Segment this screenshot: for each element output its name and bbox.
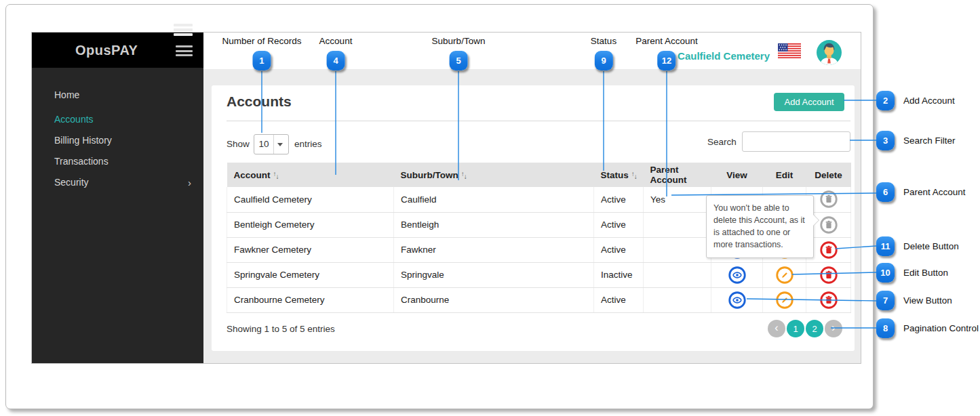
pagination-next-button[interactable]: [825, 320, 842, 337]
cell-suburb: Bentleigh: [394, 212, 594, 237]
search-input[interactable]: [742, 131, 850, 152]
search-label: Search: [707, 137, 737, 147]
callout-badge: 11: [876, 236, 895, 256]
callout-label: View Button: [903, 295, 952, 306]
table-row: Cranbourne Cemetery Cranbourne Active: [227, 287, 851, 312]
pagination: 1 2: [768, 320, 842, 337]
callout-account: Account 4: [319, 36, 353, 70]
language-flag-icon[interactable]: [778, 43, 801, 61]
callout-label: Search Filter: [903, 136, 956, 146]
header-suburb-town[interactable]: Suburb/Town: [394, 163, 594, 187]
add-account-button[interactable]: Add Account: [774, 93, 844, 111]
sidebar-item-billing-history[interactable]: Billing History: [32, 130, 203, 151]
header-view: View: [711, 163, 763, 187]
cell-suburb: Springvale: [394, 262, 594, 287]
cell-account: Caulfield Cemetery: [227, 187, 394, 212]
view-button-icon[interactable]: [728, 266, 746, 284]
callout-suburb-town: Suburb/Town 5: [432, 36, 486, 70]
pagination-prev-button[interactable]: [768, 320, 785, 337]
callout-badge: 7: [876, 291, 895, 310]
entries-label: entries: [294, 139, 322, 149]
header-parent-account: Parent Account: [644, 163, 711, 187]
cell-account: Bentleigh Cemetery: [227, 212, 394, 237]
edit-button-icon[interactable]: [776, 291, 793, 309]
delete-button-disabled-icon[interactable]: [820, 190, 838, 208]
pagination-page-1[interactable]: 1: [787, 320, 804, 337]
callout-delete-button: 11 Delete Button: [876, 236, 959, 256]
view-button-icon[interactable]: [728, 291, 746, 309]
sort-icon: [461, 172, 467, 180]
cell-account: Fawkner Cemetery: [227, 237, 394, 262]
sidebar: OpusPAY Home Accounts Billing History Tr…: [32, 33, 203, 364]
divider: [227, 121, 850, 121]
header-edit: Edit: [763, 163, 806, 187]
delete-button-icon[interactable]: [820, 291, 838, 309]
callout-label: Parent Account: [635, 36, 698, 46]
callout-badge: 12: [658, 51, 676, 70]
cell-parent-account: Yes: [644, 187, 711, 212]
tooltip-text: You won't be able to delete this Account…: [713, 203, 805, 249]
cell-status: Active: [594, 237, 644, 262]
callout-badge: 9: [595, 51, 613, 70]
callout-badge: 4: [327, 51, 345, 70]
callout-label: Delete Button: [903, 241, 959, 251]
callout-label: Add Account: [903, 96, 955, 106]
callout-label: Parent Account: [903, 187, 966, 197]
pagination-page-2[interactable]: 2: [806, 320, 823, 337]
page-size-value: 10: [254, 135, 274, 154]
cell-delete: [806, 287, 851, 312]
delete-button-disabled-icon[interactable]: [820, 216, 838, 234]
sidebar-item-accounts[interactable]: Accounts: [32, 109, 203, 130]
table-header-row: Account Suburb/Town Status Parent Accoun…: [227, 163, 851, 187]
callout-add-account: 2 Add Account: [876, 91, 955, 110]
documentation-page: OpusPAY Home Accounts Billing History Tr…: [0, 0, 980, 416]
header-delete: Delete: [806, 163, 851, 187]
tooltip-arrow: [813, 214, 819, 226]
delete-button-icon[interactable]: [820, 241, 838, 259]
sidebar-item-transactions[interactable]: Transactions: [32, 151, 203, 172]
cell-parent-account: [644, 262, 711, 287]
delete-button-icon[interactable]: [820, 266, 838, 284]
edit-button-icon[interactable]: [776, 266, 793, 284]
sidebar-nav: Home Accounts Billing History Transactio…: [32, 81, 203, 193]
chevron-down-icon: [277, 143, 283, 146]
sidebar-item-label: Security: [54, 177, 89, 188]
cell-suburb: Caulfield: [394, 187, 594, 212]
cell-status: Active: [594, 187, 644, 212]
header-status[interactable]: Status: [594, 163, 644, 187]
cell-status: Active: [594, 212, 644, 237]
callout-label: Suburb/Town: [432, 36, 486, 46]
callout-label: Edit Button: [903, 268, 948, 278]
cell-suburb: Fawkner: [394, 237, 594, 262]
callout-label: Pagination Control: [903, 323, 979, 333]
callout-search-filter: 3 Search Filter: [876, 131, 956, 150]
cell-parent-account: [644, 212, 711, 237]
app-logo: OpusPAY: [75, 33, 138, 68]
callout-pagination-control: 8 Pagination Control: [876, 318, 979, 338]
callout-badge: 10: [876, 263, 895, 283]
callout-number-of-records: Number of Records 1: [222, 36, 301, 70]
cell-parent-account: [644, 237, 711, 262]
page-size-select[interactable]: 10: [254, 134, 289, 154]
callout-badge: 1: [252, 51, 271, 70]
cell-view: [711, 262, 763, 287]
delete-disabled-tooltip: You won't be able to delete this Account…: [706, 195, 814, 258]
cell-status: Inactive: [594, 262, 644, 287]
cell-parent-account: [644, 287, 711, 312]
top-header-bar: Caulfield Cemetery: [203, 33, 861, 69]
cell-suburb: Cranbourne: [394, 287, 594, 312]
user-avatar[interactable]: [817, 40, 842, 65]
page-title: Accounts: [227, 93, 292, 110]
hamburger-menu-icon[interactable]: [176, 45, 193, 59]
callout-badge: 3: [876, 131, 895, 150]
callout-parent-account-top: Parent Account 12: [635, 36, 698, 70]
cell-edit: [763, 287, 806, 312]
chevron-right-icon: [188, 172, 191, 193]
sidebar-item-home[interactable]: Home: [32, 85, 203, 106]
cell-account: Cranbourne Cemetery: [227, 287, 394, 312]
callout-label: Number of Records: [222, 36, 301, 46]
cell-edit: [763, 262, 806, 287]
sidebar-item-security[interactable]: Security: [32, 172, 203, 193]
callout-badge: 5: [450, 51, 468, 70]
header-account[interactable]: Account: [227, 163, 394, 187]
